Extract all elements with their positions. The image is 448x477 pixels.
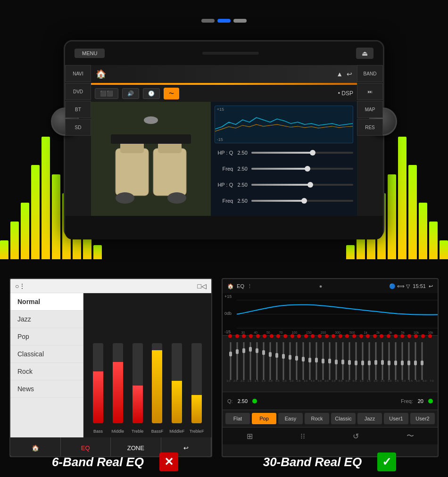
band-dot-12[interactable] <box>304 334 308 338</box>
eq-track-treblef[interactable] <box>191 343 202 423</box>
preset-user2[interactable]: User2 <box>410 413 435 424</box>
wave-icon[interactable]: 〜 <box>407 431 414 441</box>
preset-classical[interactable]: Classical <box>10 345 83 363</box>
x-axis-labels: 30 40 50 70 100 150 200 300 500 1k 2k 3k… <box>237 331 438 334</box>
preset-rock[interactable]: Rock <box>305 413 329 424</box>
svg-rect-68 <box>401 361 404 365</box>
band-dot-15[interactable] <box>325 334 329 338</box>
preset-rock[interactable]: Rock <box>10 363 83 380</box>
preset-normal[interactable]: Normal <box>10 293 83 311</box>
band-dot-30[interactable] <box>428 334 432 338</box>
band-dot-28[interactable] <box>414 334 418 338</box>
band-dot-8[interactable] <box>276 334 280 338</box>
band-dot-18[interactable] <box>345 334 349 338</box>
eq-label-middle: Middle <box>111 429 124 434</box>
band-dot-21[interactable] <box>366 334 370 338</box>
q-dot[interactable] <box>252 399 257 403</box>
param-slider-freq1[interactable] <box>251 168 353 170</box>
eq-label-bassf: BassF <box>151 429 164 434</box>
band-dot-7[interactable] <box>270 334 274 338</box>
band-sliders-svg: // Done via SVG lines <box>227 340 433 382</box>
param-slider-freq2[interactable] <box>251 200 353 202</box>
toolbar-clock-btn[interactable]: 🕐 <box>143 88 160 99</box>
band-dot-29[interactable] <box>421 334 425 338</box>
band-dot-5[interactable] <box>256 334 260 338</box>
band-dot-16[interactable] <box>332 334 335 338</box>
freq-2k: 2k <box>376 331 380 334</box>
band-dot-10[interactable] <box>290 334 294 338</box>
sd-button[interactable]: SD <box>65 119 91 136</box>
toolbar-eq-btn[interactable]: ⬛⬛ <box>95 88 118 99</box>
navi-button[interactable]: NAVI <box>65 65 91 82</box>
preset-flat[interactable]: Flat <box>225 413 250 424</box>
band-dot-22[interactable] <box>373 334 377 338</box>
eq-track-middle[interactable] <box>113 343 123 423</box>
pagination-dot-2[interactable] <box>217 19 231 23</box>
list-icon[interactable]: ⁝⁝ <box>300 432 305 441</box>
eq-track-treble[interactable] <box>133 343 143 423</box>
svg-rect-53 <box>302 357 305 362</box>
back-icon[interactable]: ↩ <box>347 70 352 78</box>
toolbar-sound-btn[interactable]: 🔊 <box>122 88 139 99</box>
band-dot-13[interactable] <box>311 334 315 338</box>
band-dot-19[interactable] <box>352 334 356 338</box>
bt-button[interactable]: BT <box>65 101 91 118</box>
pagination-dot-3[interactable] <box>233 19 247 23</box>
svg-rect-42 <box>229 352 232 356</box>
svg-rect-58 <box>335 360 338 364</box>
panel-right-left-icons: 🏠 EQ ⋮ <box>227 283 252 289</box>
eq-track-bassf[interactable] <box>152 343 162 423</box>
band-dot-26[interactable] <box>400 334 404 338</box>
band-dot-27[interactable] <box>407 334 411 338</box>
toolbar-wave-btn[interactable]: 〜 <box>164 88 179 99</box>
svg-rect-57 <box>328 359 331 363</box>
band-dot-9[interactable] <box>283 334 287 338</box>
band-dot-1[interactable] <box>228 334 232 338</box>
menu-button[interactable]: MENU <box>75 49 105 58</box>
freq-30: 30 <box>241 331 245 334</box>
map-button[interactable]: MAP <box>357 101 383 118</box>
preset-pop[interactable]: Pop <box>252 413 276 424</box>
grid-icon[interactable]: ⊞ <box>247 432 253 441</box>
param-slider-hp-q1[interactable] <box>251 152 353 154</box>
circle-icon: ○ <box>15 282 19 290</box>
dvd-button[interactable]: DVD <box>65 83 91 100</box>
band-dot-14[interactable] <box>318 334 322 338</box>
band-dot-3[interactable] <box>242 334 246 338</box>
home-icon[interactable]: 🏠 <box>96 69 106 79</box>
band-dot-20[interactable] <box>359 334 363 338</box>
screen-content: +15 -15 HP : Q 2.50 <box>91 102 357 216</box>
graph-zero-label: 0db <box>224 311 232 316</box>
preset-pop[interactable]: Pop <box>10 328 83 345</box>
six-band-title: 6-Band Real EQ <box>52 455 144 469</box>
res-button[interactable]: RES <box>357 119 383 136</box>
preset-user1[interactable]: User1 <box>384 413 408 424</box>
eject-button[interactable]: ⏏ <box>356 48 373 59</box>
band-dot-25[interactable] <box>394 334 398 338</box>
preset-news[interactable]: News <box>10 380 83 398</box>
preset-jazz[interactable]: Jazz <box>357 413 382 424</box>
preset-classic[interactable]: Classic <box>331 413 356 424</box>
freq-dot[interactable] <box>428 399 433 403</box>
param-label-hp-q2: HP : Q 2.50 <box>215 182 248 188</box>
band-button[interactable]: BAND <box>357 65 383 82</box>
band-dot-4[interactable] <box>249 334 253 338</box>
pagination-dot-1[interactable] <box>201 19 215 23</box>
eq-track-bass[interactable] <box>93 343 103 423</box>
preset-jazz[interactable]: Jazz <box>10 311 83 328</box>
band-dot-2[interactable] <box>235 334 239 338</box>
svg-rect-60 <box>348 360 351 365</box>
band-dot-17[interactable] <box>339 334 342 338</box>
top-section: MENU ⏏ NAVI DVD BT SD BAND ⏭ MAP RES 🏠 ▲… <box>0 0 448 278</box>
eject-screen-icon[interactable]: ▲ <box>336 70 343 78</box>
eq-track-middlef[interactable] <box>172 343 182 423</box>
skip-button[interactable]: ⏭ <box>357 83 383 100</box>
band-dot-23[interactable] <box>380 334 383 338</box>
refresh-icon[interactable]: ↺ <box>353 432 359 441</box>
band-dot-11[interactable] <box>297 334 301 338</box>
band-dot-24[interactable] <box>387 334 390 338</box>
param-slider-hp-q2[interactable] <box>251 184 353 186</box>
band-dot-6[interactable] <box>263 334 266 338</box>
preset-easy[interactable]: Easy <box>278 413 303 424</box>
param-hp-q2: HP : Q 2.50 <box>215 178 353 191</box>
